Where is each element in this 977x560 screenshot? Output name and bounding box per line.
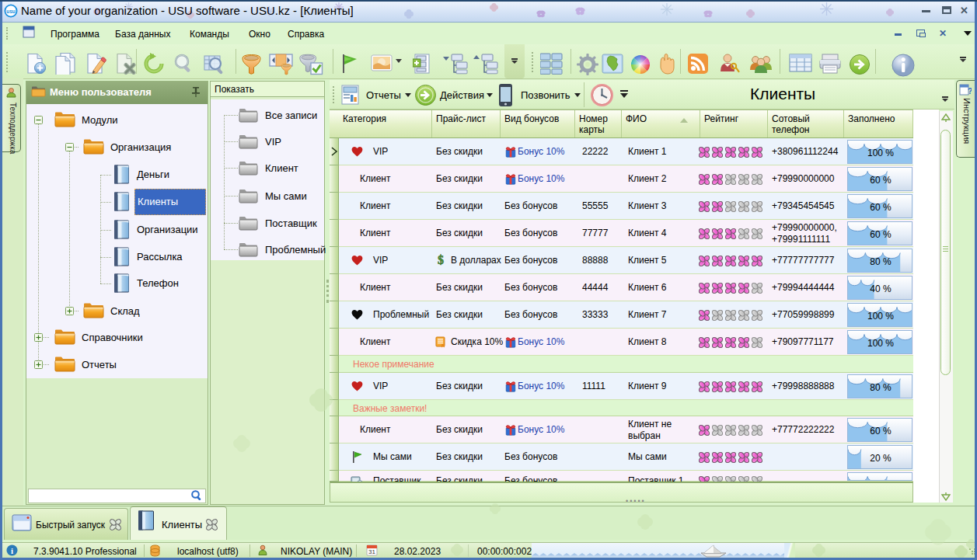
svg-text:60 %: 60 % bbox=[870, 175, 892, 186]
svg-text:i: i bbox=[11, 546, 13, 555]
svg-text:60 %: 60 % bbox=[870, 202, 892, 213]
svg-text:20 %: 20 % bbox=[870, 453, 892, 464]
svg-text:?: ? bbox=[968, 87, 972, 96]
svg-text:100 %: 100 % bbox=[867, 311, 894, 322]
svg-text:80 %: 80 % bbox=[870, 382, 892, 393]
svg-text:80 %: 80 % bbox=[870, 256, 892, 267]
svg-text:$: $ bbox=[438, 253, 444, 266]
svg-text:100 %: 100 % bbox=[867, 148, 894, 158]
svg-text:60 %: 60 % bbox=[870, 229, 892, 240]
svg-text:40 %: 40 % bbox=[870, 283, 892, 294]
svg-text:31: 31 bbox=[368, 548, 375, 555]
svg-text:usu: usu bbox=[6, 9, 16, 14]
svg-text:60 %: 60 % bbox=[870, 480, 892, 481]
svg-text:60 %: 60 % bbox=[870, 426, 892, 437]
svg-text:100 %: 100 % bbox=[867, 338, 894, 349]
